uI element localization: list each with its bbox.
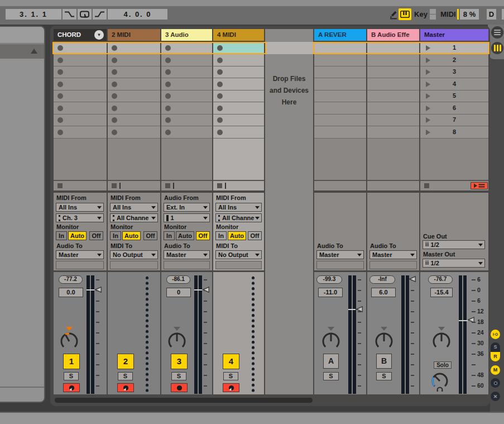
monitor-in-button[interactable]: In — [215, 231, 227, 240]
return-slot[interactable] — [314, 78, 366, 90]
clip-slot[interactable] — [54, 126, 107, 139]
punch-out-button[interactable] — [93, 9, 107, 20]
pan-knob[interactable] — [430, 326, 453, 351]
input-type-chooser[interactable]: All Ins — [215, 203, 262, 212]
return-slot[interactable] — [314, 54, 366, 66]
monitor-off-button[interactable]: Off — [89, 231, 103, 240]
arm-button[interactable] — [171, 383, 188, 392]
pan-knob[interactable] — [166, 326, 188, 351]
clip-stop-button[interactable] — [57, 183, 63, 188]
clip-slot[interactable] — [213, 66, 264, 79]
scene-slot[interactable]: 5 — [420, 90, 488, 103]
midi-map-button[interactable]: MIDI — [439, 9, 458, 20]
clip-slot[interactable] — [213, 115, 264, 127]
empty-scene-area[interactable] — [161, 139, 212, 182]
clip-slot[interactable] — [213, 126, 264, 139]
volume-field[interactable]: 0 — [166, 288, 191, 297]
return-slot[interactable] — [367, 54, 419, 66]
return-slot[interactable] — [367, 126, 419, 139]
input-type-chooser[interactable]: All Ins — [110, 203, 158, 212]
clip-slot[interactable] — [108, 90, 160, 103]
clip-slot-selected[interactable] — [213, 43, 264, 53]
input-type-chooser[interactable]: All Ins — [56, 203, 104, 212]
return-slot[interactable] — [314, 90, 366, 103]
monitor-in-button[interactable]: In — [56, 231, 67, 240]
clip-slot[interactable] — [161, 66, 212, 79]
master-solo-button[interactable]: Solo — [434, 361, 452, 369]
track-activator[interactable]: 2 — [117, 354, 134, 369]
arm-button[interactable] — [223, 383, 239, 392]
track-header-4-midi[interactable]: 4 MIDI — [213, 29, 264, 41]
empty-scene-area[interactable] — [367, 139, 419, 182]
input-channel-chooser[interactable]: 1 — [164, 213, 210, 222]
monitor-auto-button[interactable]: Auto — [176, 231, 194, 240]
clip-slot[interactable] — [54, 115, 107, 127]
monitor-off-button[interactable]: Off — [143, 231, 157, 240]
track-header-3-audio[interactable]: 3 Audio — [161, 29, 212, 41]
clip-slot[interactable] — [161, 126, 212, 139]
clip-stop-button[interactable] — [112, 183, 117, 188]
computer-midi-keyboard-button[interactable] — [399, 8, 411, 20]
output-chooser[interactable]: No Output — [215, 250, 262, 259]
pan-knob[interactable] — [320, 326, 342, 351]
clip-slot[interactable] — [108, 115, 160, 127]
arm-button[interactable] — [63, 383, 80, 392]
clip-slot[interactable] — [213, 102, 264, 115]
scene-slot[interactable]: 1 — [420, 43, 488, 53]
clip-overview-button[interactable] — [491, 42, 503, 54]
output-chooser[interactable]: No Output — [110, 250, 158, 259]
empty-scene-area[interactable] — [54, 139, 107, 182]
output-chooser[interactable]: Master — [56, 250, 104, 259]
disk-overload-indicator[interactable]: D — [487, 9, 496, 20]
scene-slot[interactable]: 7 — [420, 115, 488, 127]
output-chooser[interactable]: Master — [369, 250, 417, 259]
empty-scene-area[interactable] — [420, 139, 488, 182]
solo-button[interactable]: S — [223, 372, 238, 380]
clip-slot[interactable] — [161, 43, 212, 53]
return-activator[interactable]: A — [323, 354, 339, 369]
monitor-off-button[interactable]: Off — [248, 231, 262, 240]
empty-scene-area[interactable] — [108, 139, 160, 182]
volume-fader-handle[interactable] — [95, 287, 102, 293]
scene-slot[interactable]: 8 — [420, 126, 488, 139]
show-returns-toggle[interactable]: R — [491, 352, 500, 361]
show-mixer-toggle[interactable]: M — [491, 365, 500, 375]
arm-button[interactable] — [117, 383, 134, 392]
volume-fader-handle[interactable] — [468, 317, 474, 323]
show-sends-toggle[interactable]: S — [491, 342, 500, 352]
show-track-delay-toggle[interactable] — [491, 378, 500, 388]
clip-slot[interactable] — [108, 126, 160, 139]
peak-level-display[interactable]: -76.7 — [428, 275, 453, 284]
return-slot[interactable] — [367, 102, 419, 115]
empty-scene-area[interactable] — [314, 139, 366, 182]
solo-button[interactable]: S — [118, 372, 133, 380]
return-header-b[interactable]: B Audio Effe — [367, 29, 419, 41]
clip-slot[interactable] — [54, 90, 107, 103]
scene-slot[interactable]: 6 — [420, 102, 488, 115]
show-io-toggle[interactable]: I·O — [491, 330, 500, 339]
horizontal-scrollbar[interactable] — [55, 398, 313, 403]
solo-button[interactable]: S — [171, 372, 186, 380]
clip-slot[interactable] — [161, 90, 212, 103]
return-activator[interactable]: B — [376, 354, 392, 369]
return-slot[interactable] — [314, 126, 366, 139]
master-out-chooser[interactable]: ii1/2 — [423, 259, 485, 268]
cue-out-chooser[interactable]: ii1/2 — [423, 240, 485, 249]
volume-field[interactable]: -15.4 — [430, 288, 453, 297]
clip-slot[interactable] — [108, 78, 160, 90]
stop-all-clips-button[interactable] — [424, 183, 429, 188]
solo-button[interactable]: S — [64, 372, 79, 380]
output-chooser[interactable]: Master — [316, 250, 364, 259]
volume-field[interactable]: -11.0 — [318, 288, 343, 297]
return-header-a[interactable]: A REVER — [314, 29, 366, 41]
pan-knob[interactable] — [373, 326, 395, 351]
clip-slot[interactable] — [213, 90, 264, 103]
cpu-load-meter[interactable]: 8 % — [460, 9, 479, 20]
return-slot[interactable] — [367, 115, 419, 127]
clip-slot[interactable] — [161, 102, 212, 115]
peak-level-display[interactable]: -99.3 — [316, 275, 342, 284]
peak-level-display[interactable]: -77.2 — [59, 275, 83, 284]
monitor-in-button[interactable]: In — [110, 231, 121, 240]
return-slot[interactable] — [367, 43, 419, 53]
output-chooser[interactable]: Master — [164, 250, 210, 259]
